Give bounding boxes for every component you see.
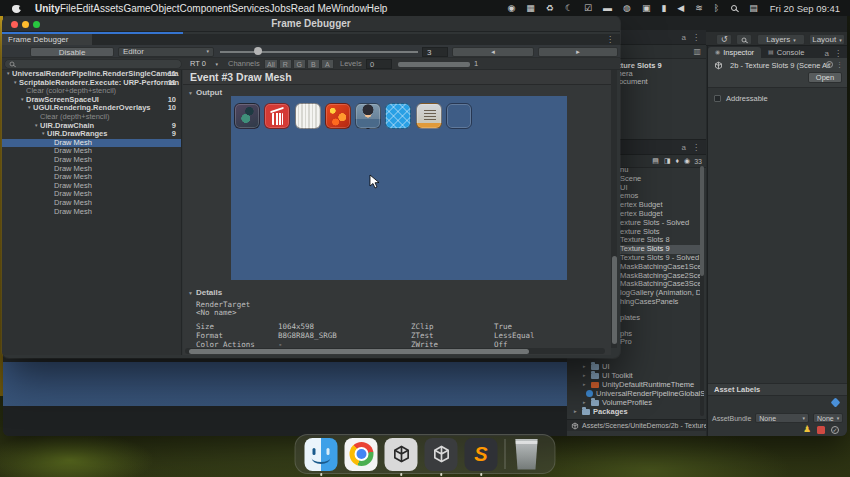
kebab-menu-icon[interactable]: ⋮ (692, 33, 700, 42)
project-asset-row[interactable]: exture Slots - Solved (620, 219, 700, 228)
tab-inspector[interactable]: ◉Inspector (708, 47, 761, 58)
event-tree-row[interactable]: ▼ScriptableRenderer.Execute: URP-Perform… (2, 79, 181, 88)
event-tree-row[interactable]: ▼UIR.DrawChain9 (2, 122, 181, 131)
channel-button[interactable]: B (307, 59, 320, 69)
lock-icon[interactable]: a (825, 49, 829, 58)
dock-sublime-text[interactable]: S (465, 438, 498, 471)
event-tree-row[interactable]: Draw Mesh (2, 208, 181, 217)
event-tree-row[interactable]: Draw Mesh (2, 199, 181, 208)
project-asset-row[interactable]: Scene (620, 175, 700, 184)
battery-status-icon[interactable]: ▮ (661, 0, 666, 16)
menu-item[interactable]: Read Me (291, 3, 332, 14)
checkbox-status-icon[interactable]: ☑ (584, 0, 592, 16)
layout-dropdown[interactable]: Layout▾ (809, 34, 845, 45)
event-tree-row[interactable]: Draw Mesh (2, 156, 181, 165)
project-asset-row[interactable]: UI (620, 184, 700, 193)
scrollbar-thumb[interactable] (700, 166, 704, 276)
project-asset-row[interactable]: ertex Budget (620, 201, 700, 210)
event-tree-row[interactable]: ▼UGUI.Rendering.RenderOverlays10 (2, 104, 181, 113)
creature-texture-thumb[interactable] (234, 103, 260, 129)
volume-status-icon[interactable]: ◀ (677, 0, 684, 16)
project-asset-row[interactable]: MaskBatchingCase3Sce (620, 280, 700, 289)
event-tree-row[interactable]: Draw Mesh (2, 165, 181, 174)
levels-slider[interactable] (398, 62, 470, 67)
collab-status-icon[interactable]: ♟ (803, 425, 811, 434)
globe-status-icon[interactable]: ◍ (623, 0, 631, 16)
event-tree-row[interactable]: ▼UIR.DrawRanges9 (2, 130, 181, 139)
event-tree-row[interactable]: Clear (depth+stencil) (2, 113, 181, 122)
event-tree-row[interactable]: Draw Mesh (2, 190, 181, 199)
display-status-icon[interactable]: ▦ (526, 0, 535, 16)
fur-texture-thumb[interactable] (325, 103, 351, 129)
menu-item[interactable]: Unity (35, 3, 60, 14)
frame-number-field[interactable]: 3 (422, 47, 448, 57)
kebab-menu-icon[interactable]: ⋮ (834, 49, 842, 58)
project-asset-row[interactable]: nu (620, 166, 700, 175)
project-folder-row[interactable]: ▸UI (569, 362, 704, 371)
delete-icon-thumb[interactable] (295, 103, 321, 129)
frame-slider-thumb[interactable] (254, 47, 262, 55)
scrollbar-thumb[interactable] (189, 349, 529, 354)
assetbundle-dropdown[interactable]: None▾ (755, 413, 809, 423)
event-tree-row[interactable]: Draw Mesh (2, 139, 181, 148)
frame-slider[interactable] (220, 51, 418, 53)
menu-item[interactable]: File (60, 3, 76, 14)
horizontal-scrollbar[interactable] (185, 348, 605, 354)
tab-frame-debugger[interactable]: Frame Debugger (2, 34, 92, 45)
tab-console[interactable]: ▤Console (761, 47, 811, 58)
project-asset-row[interactable]: MaskBatchingCase2Sce (620, 272, 700, 281)
menu-item[interactable]: Assets (93, 3, 123, 14)
kebab-menu-icon[interactable]: ⋮ (836, 61, 843, 69)
menu-item[interactable]: GameObject (123, 3, 179, 14)
search-input[interactable] (4, 59, 182, 69)
event-tree-row[interactable]: ▼DrawScreenSpaceUI10 (2, 96, 181, 105)
details-foldout[interactable]: ▼Details (188, 288, 222, 297)
channel-button[interactable]: All (264, 59, 278, 69)
apple-logo-icon[interactable] (12, 3, 21, 13)
project-asset-row[interactable]: ertex Budget (620, 210, 700, 219)
wifi-status-icon[interactable]: ≋ (695, 0, 703, 16)
packages-row[interactable]: ▸ Packages (569, 407, 704, 416)
menu-item[interactable]: Window (331, 3, 367, 14)
addressable-checkbox[interactable] (714, 95, 721, 102)
menu-bar-clock[interactable]: Fri 20 Sep 09:41 (770, 3, 840, 14)
frame-debugger-title-bar[interactable]: Frame Debugger (2, 16, 620, 32)
project-folder-row[interactable]: UniversalRenderPipelineGlobalSet (569, 389, 704, 398)
dock-chrome[interactable] (345, 438, 378, 471)
channel-button[interactable]: A (321, 59, 334, 69)
document-card-thumb[interactable] (446, 103, 472, 129)
dock-unity-hub[interactable] (385, 438, 418, 471)
battery-app-status-icon[interactable]: ▣ (642, 0, 651, 16)
project-folder-row[interactable]: ▸UnityDefaultRuntimeTheme (569, 380, 704, 389)
progress-done-icon[interactable]: ✓ (831, 426, 839, 434)
channel-button[interactable]: R (279, 59, 292, 69)
project-folder-row[interactable]: ▸UI Toolkit (569, 371, 704, 380)
kebab-menu-icon[interactable]: ⋮ (606, 34, 614, 45)
lava-texture-thumb[interactable] (355, 103, 381, 129)
menu-item[interactable]: Services (231, 3, 269, 14)
layers-dropdown[interactable]: Layers▾ (757, 34, 805, 45)
menu-item[interactable]: Component (180, 3, 232, 14)
project-partial-row[interactable]: Pro (620, 337, 632, 346)
levels-min-field[interactable]: 0 (366, 59, 392, 69)
previous-event-button[interactable]: ◄ (452, 47, 534, 57)
open-button[interactable]: Open (808, 72, 842, 83)
channel-button[interactable]: G (293, 59, 306, 69)
project-asset-row[interactable]: Texture Slots 9 - Solved (620, 254, 700, 263)
blue-pattern-thumb[interactable] (416, 103, 442, 129)
lock-icon[interactable]: a (682, 33, 686, 42)
project-asset-row[interactable]: Texture Slots 8 (620, 236, 700, 245)
project-asset-row[interactable]: emos (620, 192, 700, 201)
wizard-texture-thumb[interactable] (264, 103, 290, 129)
spotlight-search-icon[interactable] (731, 5, 737, 11)
project-asset-row[interactable]: exture Slots (620, 228, 700, 237)
cleaner-status-icon[interactable]: ♻ (546, 0, 554, 16)
record-status-icon[interactable]: ◉ (507, 0, 515, 16)
output-foldout[interactable]: ▼Output (188, 88, 222, 97)
attach-target-dropdown[interactable]: Editor▾ (118, 47, 214, 57)
project-asset-row[interactable]: hingCasesPanels (620, 298, 700, 307)
dock-finder[interactable] (305, 438, 338, 471)
project-asset-row[interactable]: logGallery (Animation, D (620, 289, 700, 298)
dock-trash[interactable] (513, 438, 546, 471)
event-tree-row[interactable]: Draw Mesh (2, 147, 181, 156)
